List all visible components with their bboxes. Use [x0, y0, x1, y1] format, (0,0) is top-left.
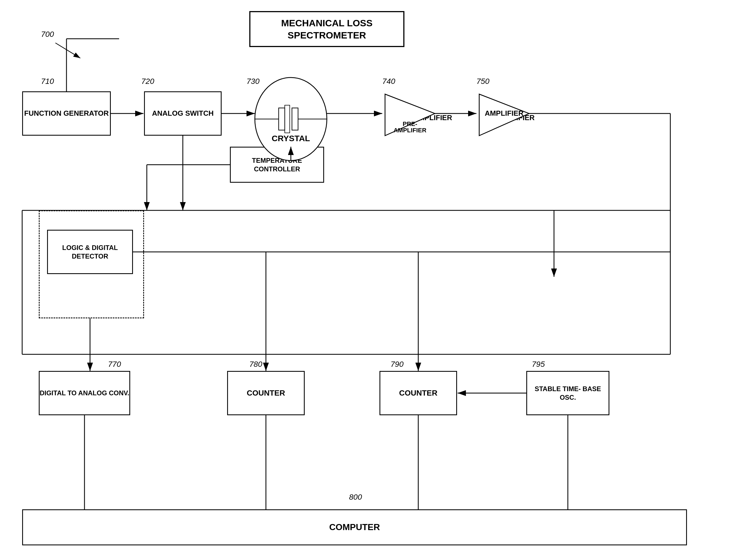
digital-analog-block: DIGITAL TO ANALOG CONV. [39, 371, 130, 415]
label-780: 780 [249, 360, 262, 369]
label-790: 790 [390, 360, 404, 369]
label-710: 710 [41, 77, 54, 86]
label-770: 770 [108, 360, 121, 369]
logic-digital-block: LOGIC & DIGITAL DETECTOR [47, 230, 133, 274]
stable-osc-block: STABLE TIME- BASE OSC. [526, 371, 609, 415]
label-730: 730 [247, 77, 260, 86]
counter-780-block: COUNTER [227, 371, 305, 415]
svg-rect-7 [292, 108, 298, 130]
function-generator-block: FUNCTION GENERATOR [22, 91, 111, 136]
pre-amplifier-label: PRE-AMPLIFIER [396, 113, 452, 122]
label-800: 800 [349, 493, 362, 501]
title-box: MECHANICAL LOSS SPECTROMETER [249, 11, 404, 47]
temperature-controller-block: TEMPERATURE CONTROLLER [230, 147, 324, 183]
label-750: 750 [476, 77, 489, 86]
label-700: 700 [41, 30, 54, 39]
svg-rect-5 [285, 105, 290, 133]
label-720: 720 [141, 77, 154, 86]
computer-block: COMPUTER [22, 509, 687, 545]
counter-790-block: COUNTER [380, 371, 457, 415]
svg-text:CRYSTAL: CRYSTAL [272, 134, 310, 143]
label-795: 795 [532, 360, 545, 369]
analog-switch-block: ANALOG SWITCH [144, 91, 221, 136]
amplifier-label: AMPLIFIER [496, 113, 535, 122]
svg-rect-6 [279, 108, 285, 130]
label-740: 740 [382, 77, 395, 86]
svg-text:AMPLIFIER: AMPLIFIER [393, 127, 427, 134]
diagram-container: MECHANICAL LOSS SPECTROMETER 700 710 720… [0, 0, 749, 560]
svg-line-41 [56, 43, 80, 58]
